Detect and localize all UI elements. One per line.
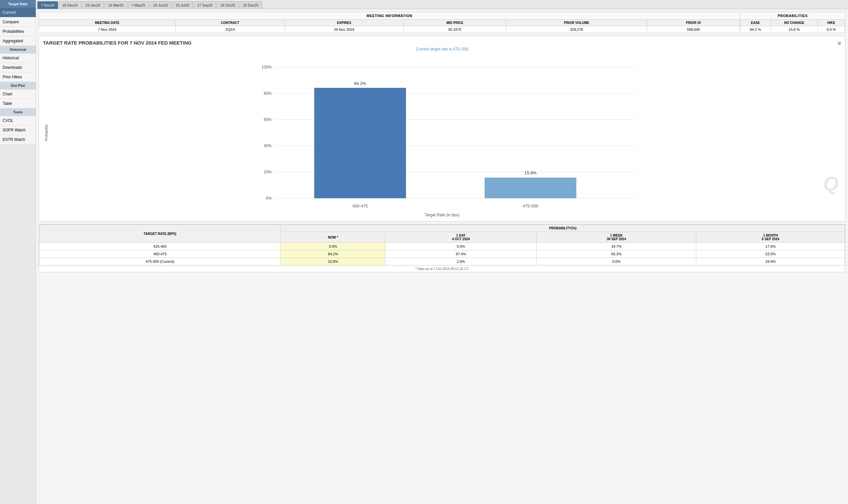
cell-now-3: 15.8%	[281, 258, 385, 266]
bar-450-475	[314, 88, 406, 198]
col-contract: CONTRACT	[176, 20, 285, 26]
cell-prior-volume: 328,278	[506, 26, 647, 33]
col-ease: EASE	[740, 20, 771, 26]
cell-day1-1: 0.0%	[385, 243, 536, 250]
sidebar-item-aggregated[interactable]: Aggregated	[0, 36, 36, 46]
svg-text:15.8%: 15.8%	[525, 170, 537, 175]
svg-text:20%: 20%	[264, 170, 272, 174]
chart-svg: 100% 80% 60% 40% 20% 0% 84.2% 15.8% 450-	[50, 54, 841, 211]
cell-rate-1: 425-450	[39, 243, 281, 250]
cell-hike: 0.0 %	[818, 26, 845, 33]
sidebar-tools-label: Tools	[0, 108, 36, 116]
tab-bar: 7 Nov24 18 Dec24 29 Jan25 19 Mar25 7 May…	[36, 0, 848, 9]
table-row: 425-450 0.0% 0.0% 34.7% 17.6%	[39, 243, 845, 250]
cell-meeting-date: 7 Nov 2024	[39, 26, 176, 33]
col-expires: EXPIRES	[285, 20, 403, 26]
tab-18jun25[interactable]: 18 Jun25	[149, 1, 172, 9]
svg-text:100%: 100%	[261, 65, 272, 70]
tab-7nov24[interactable]: 7 Nov24	[37, 1, 58, 9]
cell-prior-oi: 508,606	[647, 26, 740, 33]
sidebar-item-sofr-watch[interactable]: SOFR Watch	[0, 126, 36, 135]
content-area: MEETING INFORMATION MEETING DATE CONTRAC…	[36, 9, 848, 504]
cell-week1-1: 34.7%	[536, 243, 696, 250]
th-now: NOW *	[281, 232, 385, 243]
bar-475-500	[485, 178, 576, 198]
cell-contract: ZQX4	[176, 26, 285, 33]
svg-text:84.2%: 84.2%	[354, 81, 366, 86]
cell-week1-2: 65.3%	[536, 250, 696, 258]
sidebar-item-current[interactable]: Current	[0, 8, 36, 17]
cell-now-2: 84.2%	[281, 250, 385, 258]
cell-month1-1: 17.6%	[696, 243, 845, 250]
tab-10dec25[interactable]: 10 Dec25	[239, 1, 262, 9]
cell-mid-price: 95.3375	[403, 26, 506, 33]
col-meeting-date: MEETING DATE	[39, 20, 176, 26]
tab-17sep25[interactable]: 17 Sep25	[194, 1, 216, 9]
svg-text:450-475: 450-475	[352, 203, 368, 209]
th-1week: 1 WEEK 30 SEP 2024	[536, 232, 696, 243]
sidebar-header-target-rate: Target Rate	[0, 0, 36, 8]
table-row: 450-475 84.2% 97.4% 65.3% 53.5%	[39, 250, 845, 258]
meeting-info-table: MEETING DATE CONTRACT EXPIRES MID PRICE …	[39, 20, 740, 33]
data-table-panel: TARGET RATE (BPS) PROBABILITY(%) NOW * 1…	[39, 224, 845, 272]
x-axis-label: Target Rate (in bps)	[43, 213, 841, 217]
col-prior-oi: PRIOR OI	[647, 20, 740, 26]
probabilities-title: PROBABILITIES	[740, 12, 845, 20]
cell-rate-3: 475-500 (Current)	[39, 258, 281, 266]
svg-text:475-500: 475-500	[523, 203, 538, 209]
tab-7may25[interactable]: 7 May25	[128, 1, 149, 9]
svg-text:0%: 0%	[266, 196, 272, 201]
sidebar-item-chart[interactable]: Chart	[0, 89, 36, 99]
th-1month: 1 MONTH 6 SEP 2024	[696, 232, 845, 243]
sidebar-item-probabilities[interactable]: Probabilities	[0, 27, 36, 36]
tab-29jan25[interactable]: 29 Jan25	[82, 1, 104, 9]
sidebar-item-historical[interactable]: Historical	[0, 53, 36, 63]
sidebar-item-cvol[interactable]: CVOL	[0, 116, 36, 126]
sidebar-item-estr-watch[interactable]: ESTR Watch	[0, 135, 36, 145]
chart-subtitle: Current target rate is 475–500	[43, 47, 841, 51]
chart-menu-icon[interactable]: ≡	[837, 40, 841, 47]
sidebar-historical-label: Historical	[0, 46, 36, 53]
tab-18dec24[interactable]: 18 Dec24	[59, 1, 81, 9]
tab-29oct25[interactable]: 29 Oct25	[217, 1, 239, 9]
col-no-change: NO CHANGE	[771, 20, 817, 26]
th-1day: 1 DAY 4 OCT 2024	[385, 232, 536, 243]
probabilities-section: PROBABILITIES EASE NO CHANGE HIKE 84.2 %…	[740, 12, 845, 33]
svg-text:40%: 40%	[264, 144, 272, 148]
chart-svg-container: Probability 100% 80% 60% 40% 20%	[43, 54, 841, 211]
cell-day1-3: 2.6%	[385, 258, 536, 266]
cell-ease: 84.2 %	[740, 26, 771, 33]
table-row: 475-500 (Current) 15.8% 2.6% 0.0% 28.9%	[39, 258, 845, 266]
svg-text:60%: 60%	[264, 117, 272, 122]
tab-30jul25[interactable]: 30 Jul25	[172, 1, 193, 9]
chart-panel: TARGET RATE PROBABILITIES FOR 7 NOV 2024…	[39, 36, 845, 221]
tab-19mar25[interactable]: 19 Mar25	[105, 1, 127, 9]
sidebar-item-prior-hikes[interactable]: Prior Hikes	[0, 72, 36, 82]
chart-title: TARGET RATE PROBABILITIES FOR 7 NOV 2024…	[43, 40, 841, 46]
sidebar-dotplot-label: Dot Plot	[0, 82, 36, 89]
th-target-rate: TARGET RATE (BPS)	[39, 225, 281, 243]
cell-now-1: 0.0%	[281, 243, 385, 250]
sidebar-item-downloads[interactable]: Downloads	[0, 63, 36, 72]
data-table: TARGET RATE (BPS) PROBABILITY(%) NOW * 1…	[39, 224, 845, 266]
meeting-info-title: MEETING INFORMATION	[39, 12, 740, 20]
cell-rate-2: 450-475	[39, 250, 281, 258]
svg-text:80%: 80%	[264, 91, 272, 96]
chart-watermark: Q	[823, 173, 838, 195]
cell-week1-3: 0.0%	[536, 258, 696, 266]
y-axis-label: Probability	[43, 54, 50, 211]
main-content: 7 Nov24 18 Dec24 29 Jan25 19 Mar25 7 May…	[36, 0, 848, 504]
col-mid-price: MID PRICE	[403, 20, 506, 26]
probabilities-table: EASE NO CHANGE HIKE 84.2 % 15.8 % 0.0 %	[740, 20, 845, 33]
sidebar-item-table[interactable]: Table	[0, 99, 36, 108]
cell-no-change: 15.8 %	[771, 26, 817, 33]
data-table-footer: * Data as of 7 Oct 2024 09:11:26 CT	[39, 266, 845, 272]
cell-month1-2: 53.5%	[696, 250, 845, 258]
col-hike: HIKE	[818, 20, 845, 26]
cell-day1-2: 97.4%	[385, 250, 536, 258]
meeting-info-section: MEETING INFORMATION MEETING DATE CONTRAC…	[39, 12, 740, 33]
info-panel: MEETING INFORMATION MEETING DATE CONTRAC…	[39, 12, 845, 33]
sidebar-item-compare[interactable]: Compare	[0, 17, 36, 27]
cell-expires: 29 Nov 2024	[285, 26, 403, 33]
col-prior-volume: PRIOR VOLUME	[506, 20, 647, 26]
